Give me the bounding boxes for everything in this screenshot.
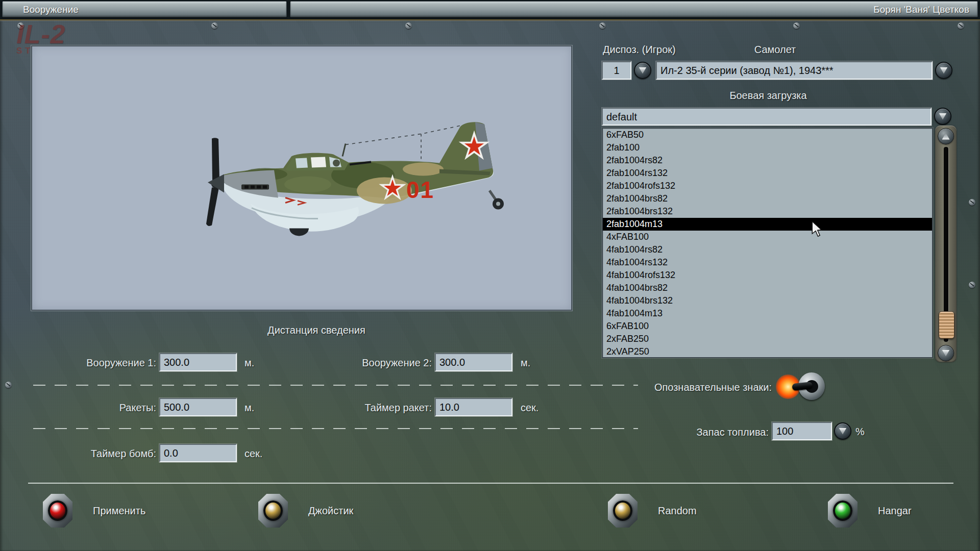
down-triangle-icon	[939, 113, 947, 120]
loadout-list[interactable]: 6xFAB502fab1002fab1004rs822fab1004rs1322…	[602, 128, 933, 358]
bomb-timer-input[interactable]	[159, 444, 237, 462]
loadout-option[interactable]: 2fab1004brs132	[603, 205, 932, 218]
scroll-up-button[interactable]	[938, 128, 954, 144]
screw-icon	[969, 282, 975, 288]
rocket-timer-unit: сек.	[521, 402, 538, 414]
joystick-button-label: Джойстик	[308, 505, 353, 517]
loadout-option[interactable]: 4fab1004rs132	[603, 256, 932, 269]
loadout-option[interactable]: 4fab1004rs82	[603, 243, 932, 256]
loadout-option[interactable]: 4fab1004brs82	[603, 282, 932, 294]
button-bezel	[828, 494, 857, 528]
screw-icon	[599, 22, 606, 29]
bomb-timer-unit: сек.	[244, 448, 262, 460]
hangar-button[interactable]: Hangar	[828, 493, 912, 529]
apply-button[interactable]: Применить	[43, 493, 145, 529]
aircraft-dropdown-button[interactable]	[935, 62, 952, 79]
rockets-label: Ракеты:	[51, 402, 156, 414]
loadout-option[interactable]: 2xFAB250	[603, 333, 932, 345]
loadout-option[interactable]: 2fab1004m13	[603, 218, 932, 231]
scroll-down-icon	[942, 350, 950, 357]
amber-jewel-icon	[263, 500, 283, 521]
rockets-unit: м.	[244, 402, 254, 414]
weapon1-label: Вооружение 1:	[51, 357, 156, 369]
loadout-option[interactable]: 4fab1004brs132	[603, 294, 932, 307]
down-triangle-icon	[940, 67, 948, 74]
screw-icon	[958, 22, 964, 29]
weapon2-unit: м.	[521, 357, 530, 369]
screw-icon	[793, 22, 800, 29]
weapon1-unit: м.	[244, 357, 254, 369]
loadout-option[interactable]: 6xFAB100	[603, 320, 932, 333]
aircraft-preview: 01	[31, 45, 572, 311]
loadout-option[interactable]: 2fab1004rs132	[603, 167, 932, 180]
scroll-up-icon	[942, 133, 950, 140]
loadout-option[interactable]: 2xVAP250	[603, 345, 932, 358]
hangar-button-label: Hangar	[878, 505, 912, 517]
loadout-option[interactable]: 2fab1004rofs132	[603, 180, 932, 192]
down-triangle-icon	[639, 67, 647, 74]
disposition-label: Диспоз. (Игрок)	[603, 44, 676, 56]
loadout-option[interactable]: 4xFAB100	[603, 231, 932, 243]
green-jewel-icon	[833, 500, 852, 521]
divider-solid	[28, 483, 953, 484]
rocket-timer-label: Таймер ракет:	[327, 402, 432, 414]
screw-icon	[969, 199, 975, 206]
button-bezel	[43, 494, 72, 528]
disposition-dropdown-button[interactable]	[634, 62, 651, 79]
loadout-title: Боевая загрузка	[704, 90, 832, 102]
loadout-option[interactable]: 2fab1004brs82	[603, 192, 932, 205]
markings-label: Опознавательные знаки:	[628, 382, 772, 393]
markings-toggle[interactable]	[776, 370, 825, 402]
aircraft-side-view-image: 01	[32, 46, 571, 310]
scrollbar-knob[interactable]	[939, 311, 954, 339]
aircraft-number: 01	[406, 177, 434, 203]
scroll-down-button[interactable]	[938, 345, 954, 361]
loadout-option[interactable]: 4fab1004rofs132	[603, 269, 932, 282]
rocket-timer-input[interactable]	[435, 398, 512, 416]
random-button[interactable]: Random	[608, 493, 697, 529]
divider-dashed	[33, 385, 638, 386]
divider-dashed	[33, 428, 638, 429]
amber-jewel-icon	[613, 500, 632, 521]
top-bar: Вооружение Борян 'Ваня' Цветков	[0, 0, 980, 19]
aircraft-label: Самолет	[733, 44, 817, 56]
loadout-option[interactable]: 4fab1004m13	[603, 307, 932, 320]
fuel-input[interactable]	[772, 422, 832, 440]
rockets-input[interactable]	[159, 398, 237, 416]
arming-screen: Вооружение Борян 'Ваня' Цветков IL-2 STU…	[0, 0, 980, 551]
down-triangle-icon	[839, 428, 847, 435]
fuel-label: Запас топлива:	[674, 427, 769, 438]
weapon2-label: Вооружение 2:	[327, 357, 432, 369]
weapon1-input[interactable]	[159, 353, 237, 371]
disposition-input[interactable]	[602, 61, 631, 80]
screw-icon	[405, 22, 412, 29]
screw-icon	[5, 382, 12, 388]
screw-icon	[17, 22, 24, 29]
bomb-timer-label: Таймер бомб:	[51, 448, 156, 460]
red-jewel-icon	[48, 500, 67, 521]
button-bezel	[258, 494, 288, 528]
loadout-option[interactable]: 2fab100	[603, 141, 932, 154]
joystick-button[interactable]: Джойстик	[258, 493, 353, 529]
button-bezel	[608, 494, 638, 528]
loadout-option[interactable]: 2fab1004rs82	[603, 154, 932, 167]
screen-title-tab: Вооружение	[2, 1, 287, 17]
random-button-label: Random	[658, 505, 697, 517]
loadout-option[interactable]: 6xFAB50	[603, 129, 932, 141]
loadout-select[interactable]: default	[602, 108, 932, 126]
screw-icon	[211, 22, 218, 29]
pilot-name-tab: Борян 'Ваня' Цветков	[290, 1, 978, 17]
aircraft-select[interactable]: Ил-2 35-й серии (завод №1), 1943***	[656, 61, 933, 80]
convergence-title: Дистанция сведения	[255, 324, 378, 336]
fuel-dropdown-button[interactable]	[834, 422, 851, 440]
fuel-unit: %	[855, 426, 865, 438]
apply-button-label: Применить	[93, 505, 145, 517]
weapon2-input[interactable]	[435, 353, 512, 371]
loadout-dropdown-button[interactable]	[934, 108, 951, 125]
